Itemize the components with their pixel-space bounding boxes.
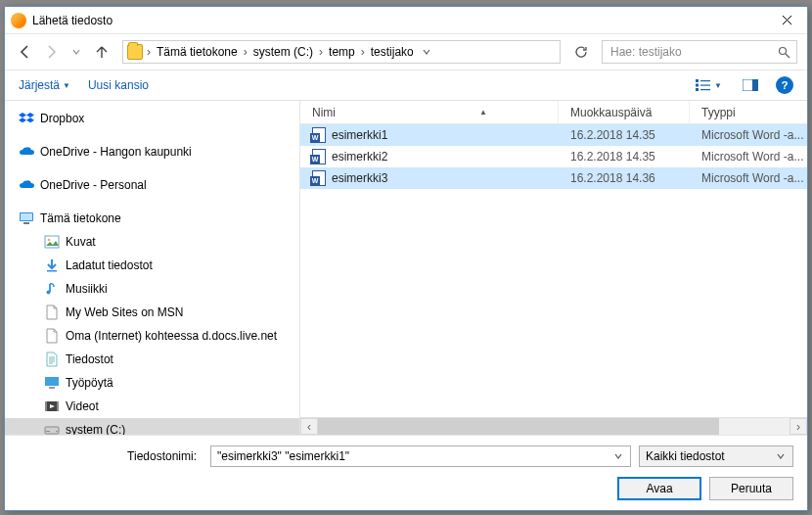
refresh-button[interactable]: [570, 41, 592, 63]
breadcrumb-seg-3[interactable]: testijako: [367, 41, 418, 63]
file-icon: [44, 328, 60, 344]
tree-item-thispc[interactable]: Tämä tietokone: [5, 207, 299, 230]
tree-item-dropbox[interactable]: Dropbox: [5, 107, 299, 130]
cancel-button[interactable]: Peruuta: [709, 477, 793, 500]
search-box[interactable]: [602, 40, 797, 64]
breadcrumb-seg-0[interactable]: Tämä tietokone: [153, 41, 242, 63]
svg-point-23: [56, 431, 58, 433]
file-row[interactable]: esimerkki316.2.2018 14.36Microsoft Word …: [300, 167, 807, 189]
chevron-down-icon[interactable]: ▼: [714, 81, 722, 90]
svg-rect-14: [47, 270, 57, 272]
new-folder-button[interactable]: Uusi kansio: [88, 78, 149, 92]
tree-item-pictures[interactable]: Kuvat: [5, 230, 299, 254]
download-icon: [44, 258, 60, 273]
svg-rect-3: [696, 88, 699, 91]
tree-item-downloads[interactable]: Ladatut tiedostot: [5, 254, 299, 277]
filetype-filter[interactable]: Kaikki tiedostot: [639, 445, 793, 467]
view-mode-button[interactable]: ▼: [682, 74, 725, 96]
chevron-right-icon[interactable]: ›: [359, 45, 367, 59]
chevron-right-icon[interactable]: ›: [317, 45, 325, 59]
preview-pane-button[interactable]: [735, 74, 766, 96]
onedrive-icon: [19, 144, 34, 160]
file-list[interactable]: esimerkki116.2.2018 14.35Microsoft Word …: [300, 124, 807, 417]
chevron-right-icon[interactable]: ›: [242, 45, 249, 59]
word-doc-icon: [312, 149, 326, 164]
music-icon: [44, 281, 60, 297]
tree-item-label: Videot: [66, 399, 99, 413]
file-date: 16.2.2018 14.35: [559, 128, 690, 142]
tree-item-od-hanko[interactable]: OneDrive - Hangon kaupunki: [5, 140, 299, 164]
svg-point-15: [47, 291, 51, 295]
close-button[interactable]: [766, 7, 807, 33]
word-doc-icon: [312, 127, 326, 143]
chevron-down-icon[interactable]: [610, 452, 626, 460]
search-icon[interactable]: [778, 46, 790, 59]
col-modified[interactable]: Muokkauspäivä: [559, 101, 690, 123]
tree-item-label: Dropbox: [40, 112, 84, 125]
window-title: Lähetä tiedosto: [32, 14, 766, 27]
col-type[interactable]: Tyyppi: [690, 101, 807, 123]
forward-button[interactable]: [40, 41, 62, 63]
tree-item-docs[interactable]: Tiedostot: [5, 348, 299, 371]
tree-item-oma[interactable]: Oma (Internet) kohteessa d.docs.live.net: [5, 324, 299, 348]
search-input[interactable]: [609, 44, 778, 60]
tree-item-label: Musiikki: [66, 282, 108, 296]
scroll-right[interactable]: ›: [789, 418, 807, 435]
tree-item-od-pers[interactable]: OneDrive - Personal: [5, 173, 299, 197]
col-name[interactable]: Nimi ▲: [300, 101, 559, 123]
scroll-thumb[interactable]: [318, 418, 719, 435]
file-row[interactable]: esimerkki116.2.2018 14.35Microsoft Word …: [300, 124, 807, 146]
desktop-icon: [44, 375, 60, 391]
organize-button[interactable]: Järjestä▼: [19, 78, 70, 92]
video-icon: [44, 398, 60, 414]
svg-rect-20: [57, 401, 59, 411]
help-button[interactable]: ?: [776, 76, 793, 94]
file-pane: Nimi ▲ Muokkauspäivä Tyyppi esimerkki116…: [300, 101, 807, 435]
breadcrumb-seg-2[interactable]: temp: [325, 41, 359, 63]
filename-combo[interactable]: "esimerkki3" "esimerkki1": [210, 445, 631, 467]
scroll-left[interactable]: ‹: [300, 418, 318, 435]
svg-rect-8: [752, 79, 758, 91]
file-icon: [44, 304, 60, 320]
breadcrumb[interactable]: › Tämä tietokone › system (C:) › temp › …: [122, 40, 561, 64]
svg-rect-21: [45, 427, 59, 434]
file-date: 16.2.2018 14.35: [559, 150, 690, 164]
file-type: Microsoft Word -a...: [690, 171, 807, 185]
pc-icon: [19, 211, 34, 226]
tree-item-label: Kuvat: [66, 235, 96, 249]
tree-item-desktop[interactable]: Työpöytä: [5, 371, 299, 395]
chevron-down-icon[interactable]: [773, 452, 789, 460]
tree-item-msn[interactable]: My Web Sites on MSN: [5, 301, 299, 324]
nav-tree[interactable]: DropboxOneDrive - Hangon kaupunkiOneDriv…: [5, 101, 300, 435]
word-doc-icon: [312, 170, 326, 186]
chevron-right-icon[interactable]: ›: [145, 45, 153, 59]
tree-item-music[interactable]: Musiikki: [5, 277, 299, 301]
tree-item-systemc[interactable]: system (C:): [5, 418, 299, 435]
filename-label: Tiedostonimi:: [19, 449, 203, 463]
sort-asc-icon: ▲: [479, 108, 487, 117]
back-button[interactable]: [15, 41, 36, 63]
svg-point-0: [780, 47, 787, 54]
svg-rect-12: [45, 236, 59, 248]
horizontal-scrollbar[interactable]: ‹ ›: [300, 417, 807, 435]
filter-value: Kaikki tiedostot: [646, 449, 725, 463]
tree-item-videos[interactable]: Videot: [5, 395, 299, 418]
open-button[interactable]: Avaa: [617, 477, 701, 500]
dropbox-icon: [19, 111, 34, 126]
recent-dropdown[interactable]: [66, 41, 87, 63]
tree-item-label: OneDrive - Hangon kaupunki: [40, 145, 192, 159]
breadcrumb-seg-1[interactable]: system (C:): [249, 41, 317, 63]
tree-item-label: Tiedostot: [66, 352, 113, 366]
dialog-footer: Tiedostonimi: "esimerkki3" "esimerkki1" …: [5, 435, 807, 510]
column-headers[interactable]: Nimi ▲ Muokkauspäivä Tyyppi: [300, 101, 807, 124]
svg-rect-1: [696, 79, 699, 82]
tree-item-label: system (C:): [66, 423, 125, 435]
up-button[interactable]: [91, 41, 113, 63]
firefox-icon: [11, 13, 26, 28]
file-row[interactable]: esimerkki216.2.2018 14.35Microsoft Word …: [300, 146, 807, 167]
breadcrumb-dropdown[interactable]: [418, 48, 435, 56]
svg-rect-10: [21, 213, 32, 220]
tree-item-label: Tämä tietokone: [40, 211, 121, 225]
svg-point-13: [48, 239, 51, 242]
scroll-track[interactable]: [318, 418, 789, 435]
